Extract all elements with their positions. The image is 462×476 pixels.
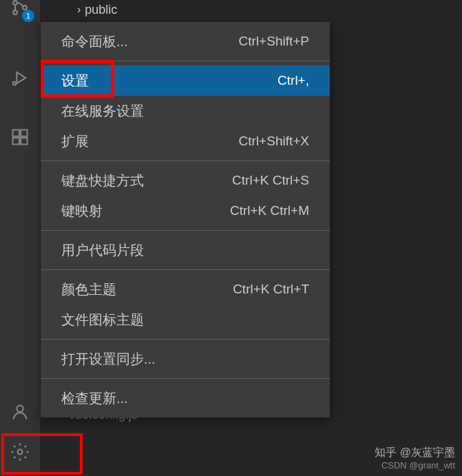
svg-rect-4 — [13, 130, 19, 136]
menu-item[interactable]: 文件图标主题 — [41, 304, 330, 335]
watermark: 知乎 @灰蓝宇墨 CSDN @grant_wtt — [375, 446, 455, 472]
menu-item[interactable]: 检查更新... — [41, 383, 330, 413]
gear-icon[interactable] — [0, 432, 40, 472]
watermark-line1: 知乎 @灰蓝宇墨 — [375, 446, 455, 460]
menu-item-shortcut: Ctrl+K Ctrl+M — [230, 203, 309, 218]
menu-item-label: 键盘快捷方式 — [61, 172, 144, 190]
menu-item-label: 键映射 — [61, 202, 103, 220]
source-control-badge: 1 — [22, 10, 34, 22]
menu-item[interactable]: 打开设置同步... — [41, 344, 330, 374]
menu-separator — [41, 230, 330, 231]
menu-item[interactable]: 扩展Ctrl+Shift+X — [41, 126, 330, 156]
svg-point-3 — [13, 82, 17, 85]
menu-item-label: 设置 — [61, 72, 89, 90]
menu-item-label: 颜色主题 — [61, 280, 116, 299]
accounts-icon[interactable] — [0, 392, 40, 432]
svg-rect-7 — [21, 130, 27, 136]
menu-separator — [41, 339, 330, 340]
menu-separator — [41, 269, 330, 270]
menu-item-label: 检查更新... — [61, 389, 128, 408]
menu-separator — [41, 378, 330, 379]
folder-item[interactable]: › public — [40, 0, 462, 19]
svg-point-1 — [13, 10, 17, 14]
folder-label: public — [85, 3, 117, 17]
menu-separator — [41, 61, 330, 61]
menu-item-label: 扩展 — [61, 132, 89, 151]
menu-item-shortcut: Ctrl+K Ctrl+T — [233, 282, 309, 297]
menu-item-label: 用户代码片段 — [61, 241, 144, 260]
debug-icon[interactable] — [0, 58, 40, 98]
menu-item-shortcut: Ctrl+K Ctrl+S — [232, 173, 309, 188]
chevron-right-icon: › — [77, 3, 81, 16]
menu-item[interactable]: 键盘快捷方式Ctrl+K Ctrl+S — [41, 165, 330, 196]
menu-item-label: 命令面板... — [61, 32, 128, 51]
menu-item-label: 在线服务设置 — [61, 102, 144, 121]
watermark-line2: CSDN @grant_wtt — [375, 460, 455, 472]
svg-point-8 — [17, 406, 23, 412]
menu-item-shortcut: Ctrl+Shift+P — [239, 34, 309, 49]
menu-item-shortcut: Ctrl+Shift+X — [239, 134, 309, 149]
source-control-icon[interactable]: 1 — [0, 0, 40, 28]
menu-item[interactable]: 设置Ctrl+, — [41, 65, 330, 96]
menu-item[interactable]: 颜色主题Ctrl+K Ctrl+T — [41, 274, 330, 304]
activity-bar: 1 — [0, 0, 40, 476]
settings-context-menu: 命令面板...Ctrl+Shift+P设置Ctrl+,在线服务设置扩展Ctrl+… — [41, 22, 330, 417]
menu-separator — [41, 161, 330, 161]
menu-item[interactable]: 在线服务设置 — [41, 96, 330, 126]
svg-rect-5 — [13, 138, 19, 144]
menu-item[interactable]: 命令面板...Ctrl+Shift+P — [41, 26, 330, 56]
menu-item-shortcut: Ctrl+, — [277, 73, 309, 88]
svg-point-9 — [18, 450, 23, 455]
extensions-icon[interactable] — [0, 117, 40, 157]
menu-item-label: 文件图标主题 — [61, 311, 144, 329]
menu-item[interactable]: 用户代码片段 — [41, 235, 330, 265]
svg-rect-6 — [21, 138, 27, 144]
svg-point-0 — [13, 1, 17, 5]
menu-item[interactable]: 键映射Ctrl+K Ctrl+M — [41, 196, 330, 226]
menu-item-label: 打开设置同步... — [61, 350, 156, 369]
